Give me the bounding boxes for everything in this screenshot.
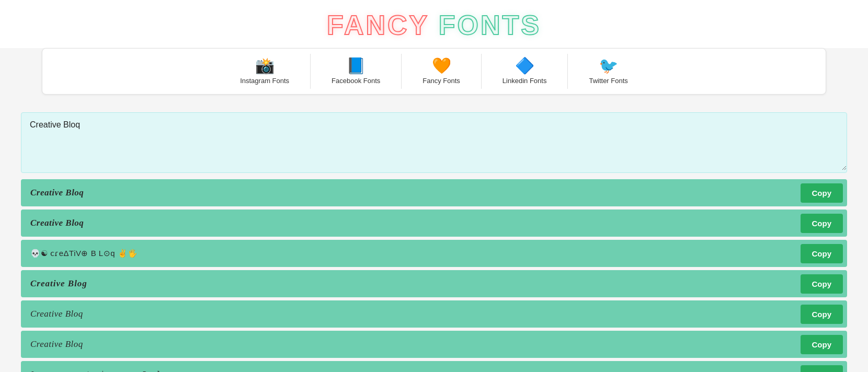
copy-button[interactable]: Copy [801,365,843,373]
font-row-text: Creative Bloq [30,333,796,356]
copy-button[interactable]: Copy [801,335,843,354]
nav-label-twitter: Twitter Fonts [589,77,627,85]
twitter-icon: 🐦 [599,58,618,74]
logo-fonts: FONTS [429,10,541,40]
facebook-icon: 📘 [346,58,366,74]
nav-item-twitter[interactable]: 🐦 Twitter Fonts [568,54,648,89]
logo-area: FANCY FONTS [0,0,868,48]
copy-button[interactable]: Copy [801,274,843,294]
font-row-text: Creative Blog [30,272,796,295]
copy-button[interactable]: Copy [801,214,843,233]
copy-button[interactable]: Copy [801,183,843,203]
nav-item-instagram[interactable]: 📸 Instagram Fonts [219,54,311,89]
fancy-icon: 🧡 [432,58,451,74]
font-row-text: Creative Bloq [30,303,796,326]
font-row-text: Creative Bloq [30,181,796,204]
font-row: Creative Bloq Copy [21,331,847,358]
font-row: Creative Bloq Copy [21,179,847,206]
nav-label-fancy: Fancy Fonts [422,77,460,85]
input-area [21,112,847,173]
nav-label-instagram: Instagram Fonts [240,77,289,85]
nav-wrapper: 📸 Instagram Fonts 📘 Facebook Fonts 🧡 Fan… [0,48,868,103]
text-input[interactable] [21,113,847,170]
nav-item-linkedin[interactable]: 🔷 Linkedin Fonts [482,54,568,89]
font-row: Creative Bloq Copy [21,300,847,328]
nav-label-linkedin: Linkedin Fonts [502,77,547,85]
font-row-text: Creative Bloq [30,212,796,235]
copy-button[interactable]: Copy [801,244,843,263]
logo-fancy: FANCY [327,10,429,40]
linkedin-icon: 🔷 [515,58,534,74]
font-row-text: 💀☯ ϲɾeΔTiV⊕ B L⊙q ✌🖐 [30,242,796,264]
font-row: C r e a t i v e B l o q Copy [21,361,847,372]
nav-label-facebook: Facebook Fonts [332,77,380,85]
font-row-text: C r e a t i v e B l o q [30,364,796,372]
nav-item-fancy[interactable]: 🧡 Fancy Fonts [402,54,482,89]
nav-item-facebook[interactable]: 📘 Facebook Fonts [311,54,402,89]
copy-button[interactable]: Copy [801,305,843,324]
instagram-icon: 📸 [255,58,275,74]
font-row: Creative Blog Copy [21,270,847,297]
nav-bar: 📸 Instagram Fonts 📘 Facebook Fonts 🧡 Fan… [42,48,826,95]
results-area: Creative Bloq Copy Creative Bloq Copy 💀☯… [21,179,847,372]
font-row: Creative Bloq Copy [21,210,847,237]
font-row: 💀☯ ϲɾeΔTiV⊕ B L⊙q ✌🖐 Copy [21,240,847,267]
